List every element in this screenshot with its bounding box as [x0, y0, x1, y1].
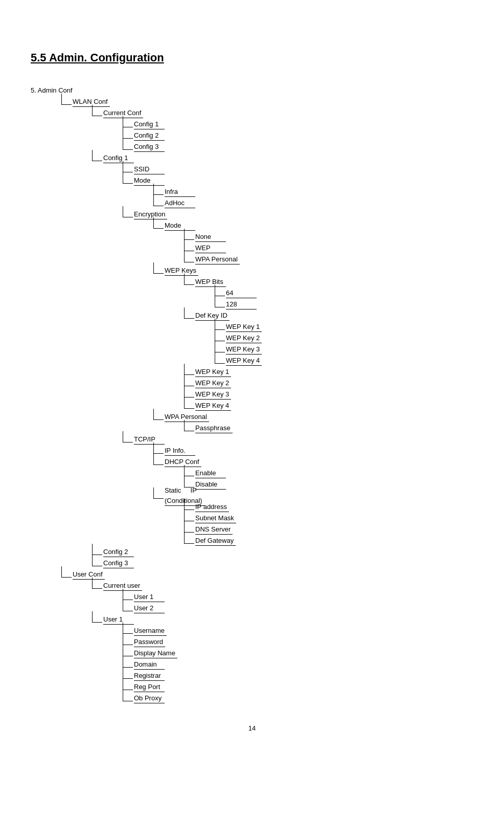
wlan-conf-label: WLAN Conf — [73, 97, 110, 107]
def-gateway-label: Def Gateway — [195, 536, 236, 546]
wpa-personal-mode-label: WPA Personal — [195, 254, 240, 265]
subnet-mask-label: Subnet Mask — [195, 513, 236, 524]
passphrase-label: Passphrase — [195, 423, 233, 434]
defkeyid-wepkey1: WEP Key 1 — [226, 322, 262, 333]
none-label: None — [195, 232, 226, 242]
current-conf-config3: Config 3 — [134, 142, 165, 152]
wepkeys-key1: WEP Key 1 — [195, 367, 231, 378]
current-conf-config1: Config 1 — [134, 119, 165, 130]
page-number: 14 — [31, 724, 473, 732]
current-conf-config2: Config 2 — [134, 130, 165, 141]
username-label: Username — [134, 626, 167, 636]
128-label: 128 — [226, 299, 257, 310]
user2-current-label: User 2 — [134, 603, 165, 614]
wepkeys-key2: WEP Key 2 — [195, 378, 231, 389]
ob-proxy-label: Ob Proxy — [134, 693, 165, 704]
enable-label: Enable — [195, 468, 226, 479]
adhoc-label: AdHoc — [165, 198, 195, 209]
page-title: 5.5 Admin. Configuration — [31, 51, 473, 64]
64-label: 64 — [226, 288, 257, 299]
ssid-label: SSID — [134, 164, 165, 175]
ip-address-label: IP address — [195, 502, 229, 513]
defkeyid-wepkey3: WEP Key 3 — [226, 344, 262, 355]
registrar-label: Registrar — [134, 671, 165, 681]
defkeyid-wepkey4: WEP Key 4 — [226, 356, 262, 366]
wlan-config2-label: Config 2 — [103, 547, 134, 558]
password-label: Password — [134, 637, 165, 648]
user1-current-label: User 1 — [134, 592, 165, 603]
defkeyid-wepkey2: WEP Key 2 — [226, 333, 262, 344]
dhcp-conf-label: DHCP Conf — [165, 457, 201, 468]
ipinfo-label: IP Info. — [165, 446, 195, 456]
wepkeys-key3: WEP Key 3 — [195, 389, 231, 400]
wepkeys-key4: WEP Key 4 — [195, 401, 231, 411]
display-name-label: Display Name — [134, 648, 177, 659]
tree-container: 5. Admin Conf WLAN Conf Current Conf Con… — [31, 85, 473, 704]
wlan-config3-label: Config 3 — [103, 558, 134, 569]
reg-port-label: Reg Port — [134, 682, 165, 693]
wep-label: WEP — [195, 243, 226, 254]
domain-label: Domain — [134, 659, 165, 670]
dns-server-label: DNS Server — [195, 524, 233, 535]
infra-label: Infra — [165, 187, 195, 197]
